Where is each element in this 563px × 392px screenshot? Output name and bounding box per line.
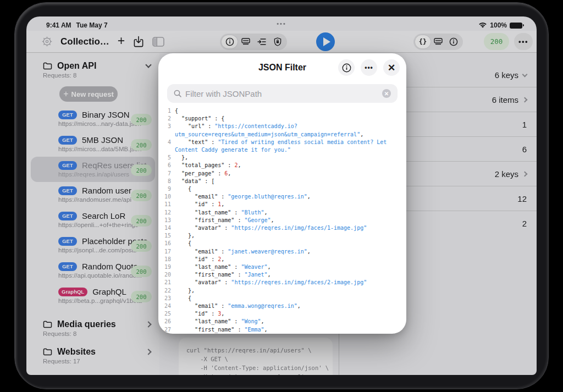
sidebar-folder[interactable]: Postman Echo (26, 372, 159, 375)
tab-response-raw[interactable] (430, 35, 446, 48)
sidebar: Open API Requests: 8 + New request GET (26, 53, 159, 375)
response-row-value: 2 keys (495, 169, 518, 179)
info-icon (225, 37, 234, 46)
modal-header: JSON Filter ••• ✕ (158, 53, 406, 81)
folder-request-count: Requests: 17 (26, 357, 159, 365)
more-options-button[interactable]: ••• (514, 33, 533, 50)
chevron-right-icon (145, 349, 151, 355)
response-row-value: 12 (517, 194, 527, 203)
tab-request-body[interactable] (238, 35, 253, 48)
request-name: Random user (82, 186, 131, 195)
close-icon: ✕ (388, 62, 395, 74)
request-list-item[interactable]: GET 5MB JSON https://micros...data/5MB.j… (26, 132, 159, 158)
toolbar-request-section (159, 31, 339, 52)
request-status-badge: 200 (131, 114, 152, 125)
tab-response-info[interactable] (446, 35, 461, 48)
rows-icon (434, 38, 443, 46)
folder-name: Websites (57, 347, 141, 357)
sidebar-folder[interactable]: Websites Requests: 17 (26, 345, 159, 365)
new-request-label: New request (71, 90, 114, 98)
braces-icon: {} (419, 38, 427, 46)
request-list-item[interactable]: GET Binary JSON https://micros...nary-da… (26, 107, 159, 132)
info-icon (342, 63, 351, 73)
request-status-badge: 200 (131, 291, 152, 302)
folder-name: Open API (57, 61, 141, 71)
method-badge: GET (58, 136, 77, 145)
toolbar-sidebar-section: Collectio… + (26, 31, 159, 52)
response-status-badge[interactable]: 200 (484, 33, 509, 50)
request-status-badge: 200 (131, 240, 152, 252)
request-name: GraphQL (92, 287, 126, 296)
request-status-badge: 200 (131, 215, 152, 227)
json-filter-modal: JSON Filter ••• ✕ Filte (158, 53, 406, 334)
play-icon (323, 37, 330, 46)
request-list-item[interactable]: GET Random user https://randomuser.me/ap… (26, 183, 159, 208)
tab-request-info[interactable] (222, 35, 238, 48)
search-icon (174, 90, 181, 97)
indent-arrow-icon (257, 38, 266, 46)
request-name: Search LoR (82, 211, 125, 220)
curl-snippet: curl "https://reqres.in/api/users" \ -X … (179, 338, 333, 375)
method-badge: GET (58, 262, 77, 271)
clear-search-icon[interactable]: ✕ (382, 89, 391, 98)
request-list-item[interactable]: GET Random Quote https://api.quotable.io… (26, 259, 159, 284)
folder-icon (43, 321, 52, 328)
request-list-item[interactable]: GET Search LoR https://openli...+of+the+… (26, 208, 159, 234)
response-row-value: 6 items (492, 95, 518, 104)
modal-info-button[interactable] (338, 59, 355, 76)
modal-more-button[interactable]: ••• (361, 59, 377, 76)
shield-lock-icon (274, 37, 282, 46)
sidebar-folder[interactable]: Media queries Requests: 8 (26, 317, 159, 337)
sidebar-folder-open-api[interactable]: Open API (26, 59, 159, 71)
folder-name: Postman Echo (57, 374, 141, 375)
ipad-screen: 9:41 AM Tue May 7 ••• 100% Col (26, 16, 537, 375)
response-row-value: 1 (522, 120, 527, 129)
plus-icon: + (63, 89, 68, 99)
tab-request-auth[interactable] (269, 35, 285, 48)
request-list-item[interactable]: GET Placeholder posts https://jsonpl...d… (26, 234, 159, 259)
method-badge: GraphQL (58, 288, 87, 296)
folder-list: Media queries Requests: 8 Websites (26, 317, 159, 375)
request-status-badge: 200 (131, 139, 152, 151)
battery-icon (510, 23, 522, 29)
chevron-icon (522, 97, 528, 103)
response-row-value: 2 (522, 219, 527, 228)
json-code-viewer[interactable]: 1{2 "support" : {3 "url" : "https://cont… (158, 107, 406, 334)
request-list-item[interactable]: GET ReqRes users list https://reqres.in/… (26, 158, 159, 183)
info-icon (449, 37, 458, 46)
jsonpath-search-field[interactable]: Filter with JSONPath ✕ (167, 84, 398, 103)
request-list: GET Binary JSON https://micros...nary-da… (26, 107, 159, 310)
chevron-right-icon (145, 321, 151, 327)
toolbar: Collectio… + (26, 31, 537, 53)
method-badge: GET (58, 212, 77, 220)
response-view-segmented-control: {} (413, 34, 463, 50)
request-name: Binary JSON (82, 110, 130, 119)
request-view-segmented-control (220, 34, 287, 50)
folder-icon (43, 62, 52, 70)
request-status-badge: 200 (131, 190, 152, 201)
search-placeholder: Filter with JSONPath (185, 89, 378, 98)
add-icon[interactable]: + (118, 35, 125, 47)
collection-title[interactable]: Collectio… (60, 36, 109, 47)
chevron-icon (522, 71, 528, 77)
response-row-value: 6 keys (495, 70, 518, 80)
toolbar-response-section: {} 200 ••• (339, 31, 537, 52)
method-badge: GET (58, 186, 77, 195)
request-status-badge: 200 (131, 266, 152, 277)
modal-close-button[interactable]: ✕ (383, 59, 400, 76)
send-request-button[interactable] (316, 32, 335, 51)
folder-name: Media queries (57, 319, 141, 329)
tab-request-params[interactable] (253, 35, 269, 48)
rows-icon (241, 38, 250, 46)
tab-response-json[interactable]: {} (415, 35, 430, 48)
multitask-indicator: ••• (26, 20, 537, 27)
method-badge: GET (58, 237, 77, 246)
request-list-item[interactable]: GraphQL GraphQL https://beta.p...graphql… (26, 284, 159, 310)
import-icon[interactable] (133, 36, 144, 48)
settings-gear-icon[interactable] (42, 36, 52, 47)
screenshot-stage: 9:41 AM Tue May 7 ••• 100% Col (0, 0, 563, 392)
chevron-down-icon[interactable] (145, 62, 151, 68)
new-request-button[interactable]: + New request (59, 86, 118, 102)
request-name: 5MB JSON (82, 135, 123, 145)
method-badge: GET (58, 111, 77, 119)
